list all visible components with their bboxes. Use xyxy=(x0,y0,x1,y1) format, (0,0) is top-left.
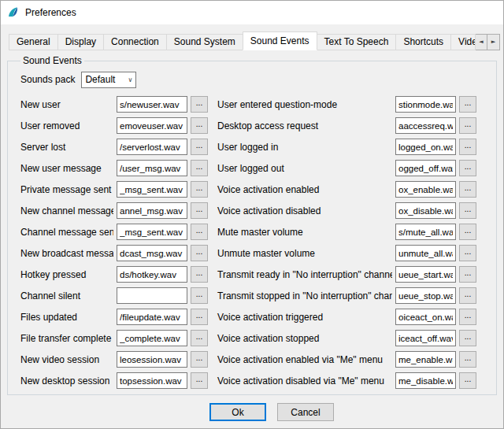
window-title: Preferences xyxy=(25,7,76,18)
event-file-input[interactable] xyxy=(117,245,187,261)
browse-button[interactable]: ... xyxy=(191,372,208,389)
browse-button[interactable]: ... xyxy=(459,202,476,219)
event-label: Transmit stopped in "No interruption" ch… xyxy=(211,288,392,304)
event-file-input[interactable] xyxy=(117,372,187,389)
event-label: Unmute master volume xyxy=(211,246,392,261)
browse-button[interactable]: ... xyxy=(459,139,476,155)
event-file-input[interactable] xyxy=(395,160,456,176)
event-label: Hotkey pressed xyxy=(20,267,113,283)
tab-scroll-left-icon[interactable]: ◄ xyxy=(475,34,487,50)
browse-button[interactable]: ... xyxy=(459,181,476,198)
browse-button[interactable]: ... xyxy=(459,224,476,240)
chevron-down-icon: ∨ xyxy=(128,76,133,83)
dialog-buttons: Ok Cancel xyxy=(1,403,503,421)
event-file-input[interactable] xyxy=(117,117,187,134)
browse-button[interactable]: ... xyxy=(459,287,476,304)
event-file-input[interactable] xyxy=(395,96,456,113)
event-file-input[interactable] xyxy=(395,351,456,368)
app-icon xyxy=(7,6,20,19)
sounds-pack-value: Default xyxy=(85,74,128,85)
sounds-pack-label: Sounds pack xyxy=(20,74,75,85)
browse-button[interactable]: ... xyxy=(459,266,476,283)
event-file-input[interactable] xyxy=(117,287,187,304)
event-label: Server lost xyxy=(20,139,113,155)
browse-button[interactable]: ... xyxy=(459,245,476,261)
event-label: Voice activation enabled via "Me" menu xyxy=(211,352,392,368)
event-label: User entered question-mode xyxy=(211,97,392,113)
event-file-input[interactable] xyxy=(117,181,187,198)
tab-scroll-right-icon[interactable]: ► xyxy=(487,34,500,50)
title-bar[interactable]: Preferences xyxy=(1,1,503,24)
tab-text-to-speech[interactable]: Text To Speech xyxy=(317,34,397,50)
event-label: User logged in xyxy=(211,139,392,155)
event-file-input[interactable] xyxy=(395,372,456,389)
browse-button[interactable]: ... xyxy=(191,266,208,283)
event-label: Voice activation triggered xyxy=(211,309,392,325)
event-label: Desktop access request xyxy=(211,118,392,134)
event-file-input[interactable] xyxy=(117,202,187,219)
event-label: Transmit ready in "No interruption" chan… xyxy=(211,267,392,283)
event-label: Private message sent xyxy=(20,182,113,198)
event-file-input[interactable] xyxy=(117,160,187,176)
event-label: File transfer complete xyxy=(20,331,113,346)
browse-button[interactable]: ... xyxy=(191,330,208,346)
event-file-input[interactable] xyxy=(117,351,187,368)
event-label: Voice activation disabled via "Me" menu xyxy=(211,373,392,389)
event-file-input[interactable] xyxy=(117,224,187,240)
event-label: Voice activation disabled xyxy=(211,203,392,219)
browse-button[interactable]: ... xyxy=(191,117,208,134)
event-file-input[interactable] xyxy=(117,330,187,346)
browse-button[interactable]: ... xyxy=(459,351,476,368)
browse-button[interactable]: ... xyxy=(191,139,208,155)
ok-button[interactable]: Ok xyxy=(209,403,266,421)
browse-button[interactable]: ... xyxy=(459,160,476,176)
sound-events-grid: New user...User entered question-mode...… xyxy=(20,96,487,389)
tab-sound-events[interactable]: Sound Events xyxy=(243,31,317,50)
browse-button[interactable]: ... xyxy=(459,309,476,325)
event-file-input[interactable] xyxy=(395,266,456,283)
tab-display[interactable]: Display xyxy=(57,34,104,50)
browse-button[interactable]: ... xyxy=(191,202,208,219)
event-label: Voice activation stopped xyxy=(211,331,392,346)
tab-connection[interactable]: Connection xyxy=(103,34,167,50)
event-file-input[interactable] xyxy=(395,309,456,325)
event-file-input[interactable] xyxy=(395,330,456,346)
tab-shortcuts[interactable]: Shortcuts xyxy=(395,34,451,50)
event-file-input[interactable] xyxy=(395,224,456,240)
browse-button[interactable]: ... xyxy=(191,224,208,240)
browse-button[interactable]: ... xyxy=(191,181,208,198)
browse-button[interactable]: ... xyxy=(191,160,208,176)
browse-button[interactable]: ... xyxy=(459,117,476,134)
browse-button[interactable]: ... xyxy=(459,330,476,346)
event-file-input[interactable] xyxy=(117,309,187,325)
event-file-input[interactable] xyxy=(395,181,456,198)
event-label: Mute master volume xyxy=(211,224,392,240)
event-file-input[interactable] xyxy=(117,139,187,155)
browse-button[interactable]: ... xyxy=(459,372,476,389)
preferences-window: Preferences GeneralDisplayConnectionSoun… xyxy=(0,0,504,429)
event-label: Files updated xyxy=(20,309,113,325)
event-file-input[interactable] xyxy=(117,96,187,113)
browse-button[interactable]: ... xyxy=(191,96,208,113)
event-file-input[interactable] xyxy=(117,266,187,283)
browse-button[interactable]: ... xyxy=(191,351,208,368)
sounds-pack-select[interactable]: Default ∨ xyxy=(81,72,136,88)
sounds-pack-row: Sounds pack Default ∨ xyxy=(20,71,487,88)
browse-button[interactable]: ... xyxy=(459,96,476,113)
event-file-input[interactable] xyxy=(395,139,456,155)
tab-general[interactable]: General xyxy=(9,34,58,50)
tab-sound-system[interactable]: Sound System xyxy=(166,34,243,50)
tab-video[interactable]: Video xyxy=(450,34,476,50)
event-file-input[interactable] xyxy=(395,202,456,219)
group-title: Sound Events xyxy=(20,55,84,66)
browse-button[interactable]: ... xyxy=(191,309,208,325)
browse-button[interactable]: ... xyxy=(191,245,208,261)
event-label: New video session xyxy=(20,352,113,368)
event-file-input[interactable] xyxy=(395,245,456,261)
cancel-button[interactable]: Cancel xyxy=(277,403,334,421)
event-label: New broadcast message xyxy=(20,246,113,261)
event-label: New user message xyxy=(20,161,113,176)
event-file-input[interactable] xyxy=(395,117,456,134)
event-file-input[interactable] xyxy=(395,287,456,304)
browse-button[interactable]: ... xyxy=(191,287,208,304)
